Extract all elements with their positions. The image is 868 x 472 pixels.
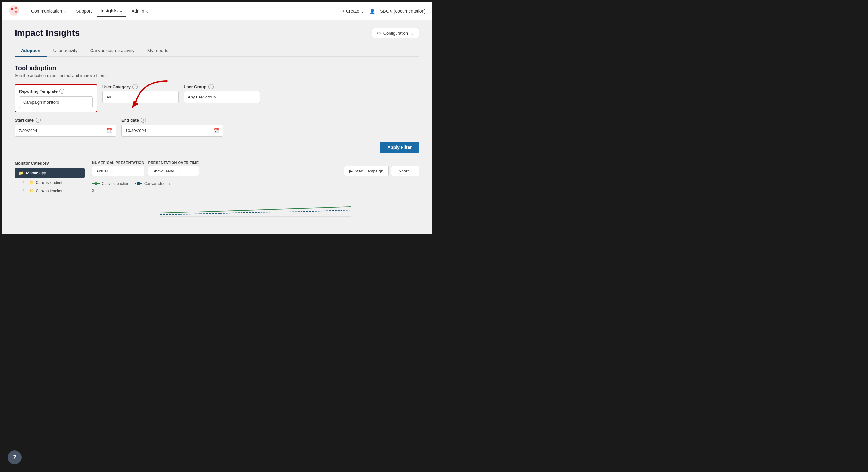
outer-frame: Communication ⌄ Support Insights ⌄ Admin… [0, 0, 434, 236]
chart-y-value: 3 [92, 188, 420, 193]
end-date-group: End date i 📅 [121, 118, 223, 136]
legend-line-teacher-icon [92, 182, 100, 185]
start-date-info-icon[interactable]: i [36, 118, 41, 123]
chart-svg [92, 194, 420, 219]
section-title: Tool adoption [14, 64, 420, 72]
reporting-template-group: Reporting Template i Campaign monitors ⌄ [14, 84, 97, 113]
user-group-group: User Group i Any user group ⌄ [184, 84, 260, 103]
svg-point-0 [9, 5, 19, 15]
presentation-over-time-label: Presentation over time [148, 161, 198, 164]
start-date-input[interactable]: 📅 [14, 125, 116, 136]
chart-actions: ▶ Start Campaign Export ⌄ [344, 166, 420, 176]
configuration-button[interactable]: ⚙ Configuration ⌄ [372, 28, 420, 38]
tab-adoption[interactable]: Adoption [14, 45, 47, 57]
legend-line-student-icon [135, 182, 142, 185]
chevron-down-icon: ⌄ [146, 8, 149, 14]
user-category-info-icon[interactable]: i [132, 84, 137, 89]
reporting-template-select[interactable]: Campaign monitors ⌄ [19, 96, 93, 108]
nav-communication[interactable]: Communication ⌄ [27, 6, 71, 16]
tab-user-activity[interactable]: User activity [47, 45, 84, 57]
chevron-down-icon: ⌄ [410, 169, 414, 174]
numerical-presentation-label: Numerical presentation [92, 161, 144, 164]
user-group-info-icon[interactable]: i [209, 84, 214, 89]
dates-row: Start date i 📅 End date i 📅 [14, 118, 420, 136]
chart-container: 3 [92, 188, 420, 221]
presentation-over-time-group: Presentation over time Show Trend ⌄ [148, 161, 198, 176]
nav-support[interactable]: Support [72, 6, 95, 16]
nav-items: Communication ⌄ Support Insights ⌄ Admin… [27, 6, 335, 17]
section-description: See the adoption rates per tool and impr… [14, 73, 420, 78]
gear-icon: ⚙ [377, 31, 381, 36]
start-campaign-button[interactable]: ▶ Start Campaign [344, 166, 389, 176]
start-date-group: Start date i 📅 [14, 118, 116, 136]
chevron-down-icon: ⌄ [171, 95, 175, 99]
tree-line-icon: └─ [22, 189, 27, 193]
chevron-down-icon: ⌄ [361, 8, 365, 14]
tabs: Adoption User activity Canvas course act… [14, 45, 420, 57]
reporting-template-info-icon[interactable]: i [59, 89, 64, 94]
end-date-field[interactable] [125, 128, 211, 133]
svg-point-6 [95, 182, 97, 185]
legend-item-canvas-teacher: Canvas teacher [92, 181, 128, 186]
main-content: Impact Insights ⚙ Configuration ⌄ Adopti… [2, 20, 432, 234]
end-date-label: End date i [121, 118, 223, 123]
reporting-template-wrapper: Reporting Template i Campaign monitors ⌄ [14, 84, 97, 113]
svg-point-3 [15, 11, 17, 13]
numerical-presentation-group: Numerical presentation Actual ⌄ [92, 161, 144, 176]
navbar: Communication ⌄ Support Insights ⌄ Admin… [2, 2, 432, 20]
start-date-label: Start date i [14, 118, 116, 123]
calendar-icon[interactable]: 📅 [214, 128, 219, 133]
chart-area: Numerical presentation Actual ⌄ Presenta… [92, 161, 420, 221]
user-category-label: User Category i [102, 84, 179, 89]
play-icon: ▶ [349, 169, 353, 174]
chevron-down-icon: ⌄ [110, 169, 114, 174]
sidebar-child-canvas-student[interactable]: └─ 📁 Canvas student [14, 179, 85, 187]
folder-icon: 📁 [29, 189, 34, 193]
tab-canvas-course-activity[interactable]: Canvas course activity [84, 45, 141, 57]
user-category-select[interactable]: All ⌄ [102, 91, 179, 103]
tree-line-icon: └─ [22, 181, 27, 185]
chevron-down-icon: ⌄ [119, 8, 123, 13]
folder-icon: 📁 [19, 170, 24, 175]
numerical-presentation-select[interactable]: Actual ⌄ [92, 166, 144, 176]
nav-right: + Create ⌄ 👤 SBOX (documentation) [342, 8, 426, 14]
chevron-down-icon: ⌄ [177, 169, 181, 174]
user-category-group: User Category i All ⌄ [102, 84, 179, 103]
export-button[interactable]: Export ⌄ [391, 166, 420, 176]
account-button[interactable]: 👤 [370, 8, 375, 14]
create-button[interactable]: + Create ⌄ [342, 8, 365, 14]
tab-my-reports[interactable]: My reports [141, 45, 175, 57]
sidebar-child-canvas-teacher[interactable]: └─ 📁 Canvas teacher [14, 187, 85, 195]
nav-insights[interactable]: Insights ⌄ [97, 6, 126, 17]
svg-point-1 [11, 8, 13, 10]
presentation-over-time-select[interactable]: Show Trend ⌄ [148, 166, 198, 176]
bottom-section: Monitor Category 📁 Mobile app └─ 📁 Canva… [14, 161, 420, 221]
user-group-select[interactable]: Any user group ⌄ [184, 91, 260, 103]
end-date-input[interactable]: 📅 [121, 125, 223, 136]
svg-point-2 [15, 7, 17, 9]
folder-icon: 📁 [29, 181, 34, 185]
page-header: Impact Insights ⚙ Configuration ⌄ [14, 28, 420, 38]
calendar-icon[interactable]: 📅 [107, 128, 112, 133]
filters-row: Reporting Template i Campaign monitors ⌄ [14, 84, 420, 113]
page-title: Impact Insights [14, 28, 80, 38]
apply-filter-button[interactable]: Apply Filter [380, 141, 420, 153]
start-date-field[interactable] [19, 128, 104, 133]
chevron-down-icon: ⌄ [410, 31, 414, 36]
apply-row: Apply Filter [14, 141, 420, 153]
chevron-down-icon: ⌄ [86, 100, 89, 104]
org-name: SBOX (documentation) [380, 8, 426, 14]
chevron-down-icon: ⌄ [253, 95, 256, 99]
nav-admin[interactable]: Admin ⌄ [128, 6, 153, 16]
reporting-template-label: Reporting Template i [19, 89, 93, 94]
chart-controls: Numerical presentation Actual ⌄ Presenta… [92, 161, 420, 176]
chevron-down-icon: ⌄ [63, 8, 67, 14]
svg-rect-8 [137, 182, 140, 185]
chart-legend: Canvas teacher Canvas student [92, 181, 420, 186]
monitor-category-sidebar: Monitor Category 📁 Mobile app └─ 📁 Canva… [14, 161, 85, 221]
end-date-info-icon[interactable]: i [141, 118, 146, 123]
logo [8, 5, 20, 18]
monitor-category-title: Monitor Category [14, 161, 85, 165]
inner-frame: Communication ⌄ Support Insights ⌄ Admin… [2, 2, 432, 234]
sidebar-item-mobile-app[interactable]: 📁 Mobile app [14, 168, 85, 178]
